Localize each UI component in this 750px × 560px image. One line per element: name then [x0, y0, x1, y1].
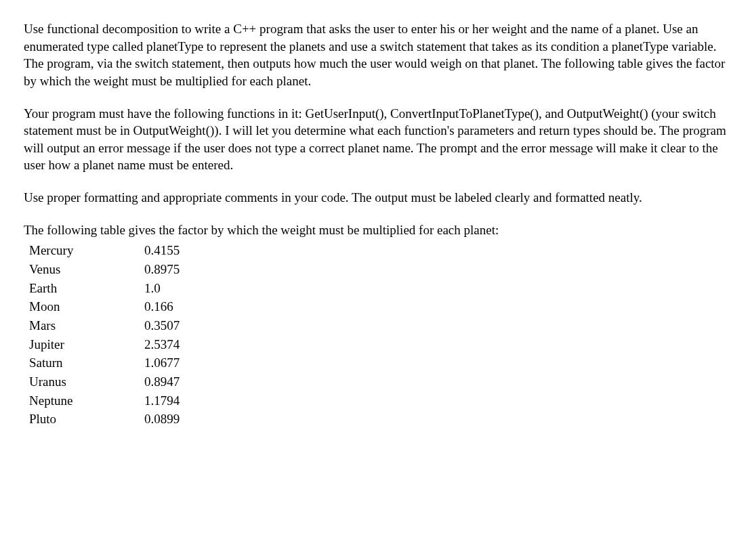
table-row: Earth 1.0 — [29, 279, 180, 298]
planet-factor-cell: 0.0899 — [144, 410, 180, 429]
planet-factor-cell: 2.5374 — [144, 335, 180, 354]
planet-name-cell: Saturn — [29, 353, 144, 372]
table-row: Uranus 0.8947 — [29, 372, 180, 391]
planet-factor-table: Mercury 0.4155 Venus 0.8975 Earth 1.0 Mo… — [29, 241, 180, 428]
planet-name-cell: Uranus — [29, 372, 144, 391]
planet-name-cell: Mars — [29, 316, 144, 335]
planet-factor-cell: 1.1794 — [144, 391, 180, 410]
planet-factor-cell: 0.4155 — [144, 241, 180, 260]
planet-name-cell: Moon — [29, 297, 144, 316]
planet-factor-cell: 0.8947 — [144, 372, 180, 391]
planet-table-body: Mercury 0.4155 Venus 0.8975 Earth 1.0 Mo… — [29, 241, 180, 428]
assignment-paragraph-3: Use proper formatting and appropriate co… — [24, 189, 726, 207]
planet-factor-cell: 1.0 — [144, 279, 180, 298]
planet-name-cell: Jupiter — [29, 335, 144, 354]
planet-name-cell: Venus — [29, 260, 144, 279]
planet-factor-cell: 1.0677 — [144, 353, 180, 372]
table-row: Venus 0.8975 — [29, 260, 180, 279]
planet-name-cell: Neptune — [29, 391, 144, 410]
table-row: Neptune 1.1794 — [29, 391, 180, 410]
planet-name-cell: Pluto — [29, 410, 144, 429]
table-row: Moon 0.166 — [29, 297, 180, 316]
table-row: Saturn 1.0677 — [29, 353, 180, 372]
table-row: Mars 0.3507 — [29, 316, 180, 335]
planet-name-cell: Mercury — [29, 241, 144, 260]
planet-factor-cell: 0.3507 — [144, 316, 180, 335]
table-row: Pluto 0.0899 — [29, 410, 180, 429]
planet-factor-cell: 0.166 — [144, 297, 180, 316]
table-row: Mercury 0.4155 — [29, 241, 180, 260]
assignment-paragraph-2: Your program must have the following fun… — [24, 105, 726, 175]
table-intro-text: The following table gives the factor by … — [24, 221, 726, 239]
assignment-paragraph-1: Use functional decomposition to write a … — [24, 20, 726, 90]
planet-factor-cell: 0.8975 — [144, 260, 180, 279]
table-row: Jupiter 2.5374 — [29, 335, 180, 354]
planet-name-cell: Earth — [29, 279, 144, 298]
